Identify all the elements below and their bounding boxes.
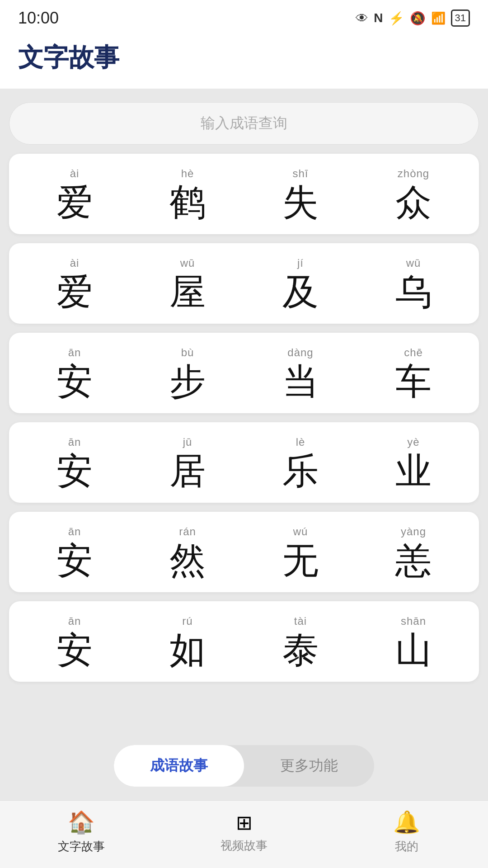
nfc-icon: N <box>374 11 383 25</box>
status-bar: 10:00 👁 N ⚡ 🔕 📶 31 <box>0 0 488 32</box>
char-item-3-3: dàng当 <box>244 346 357 400</box>
char-item-1-1: ài爱 <box>18 167 131 221</box>
pinyin-1-4: zhòng <box>398 167 429 180</box>
hanzi-4-1: 安 <box>56 453 93 489</box>
hanzi-6-4: 山 <box>395 632 432 668</box>
pinyin-3-4: chē <box>404 346 423 359</box>
idiom-card-2[interactable]: ài爱wū屋jí及wū乌 <box>9 243 479 324</box>
pinyin-3-1: ān <box>68 346 81 359</box>
grid-icon: ⊞ <box>236 811 253 834</box>
pinyin-2-4: wū <box>406 257 421 269</box>
nav-pill: 成语故事 更多功能 <box>114 745 374 787</box>
bluetooth-icon: ⚡ <box>389 11 404 26</box>
tab-inner: 🏠 文字故事 ⊞ 视频故事 🔔 我的 <box>0 810 488 854</box>
hanzi-4-2: 居 <box>169 453 206 489</box>
char-item-1-2: hè鹤 <box>131 167 244 221</box>
pinyin-5-1: ān <box>68 525 81 538</box>
hanzi-5-4: 恙 <box>395 542 432 579</box>
tab-label-mine: 我的 <box>395 839 418 854</box>
pinyin-6-2: rú <box>182 615 192 627</box>
home-icon: 🏠 <box>68 810 95 835</box>
tab-label-text-story: 文字故事 <box>58 839 105 854</box>
pinyin-6-1: ān <box>68 615 81 627</box>
idiom-card-5[interactable]: ān安rán然wú无yàng恙 <box>9 512 479 592</box>
pinyin-5-3: wú <box>293 525 308 538</box>
char-item-4-2: jū居 <box>131 436 244 489</box>
pinyin-4-2: jū <box>183 436 192 448</box>
hanzi-6-3: 泰 <box>282 632 319 668</box>
main-content: 输入成语查询 ài爱hè鹤shī失zhòng众ài爱wū屋jí及wū乌ān安bù… <box>0 89 488 736</box>
char-item-2-2: wū屋 <box>131 257 244 310</box>
pinyin-1-3: shī <box>292 167 308 180</box>
char-item-5-3: wú无 <box>244 525 357 579</box>
hanzi-2-3: 及 <box>282 274 319 310</box>
pinyin-5-4: yàng <box>401 525 426 538</box>
pinyin-5-2: rán <box>179 525 196 538</box>
search-bar[interactable]: 输入成语查询 <box>9 102 479 145</box>
char-item-5-4: yàng恙 <box>357 525 470 579</box>
char-item-6-3: tài泰 <box>244 615 357 668</box>
bottom-nav-container: 成语故事 更多功能 <box>0 736 488 800</box>
idiom-card-4[interactable]: ān安jū居lè乐yè业 <box>9 422 479 503</box>
eye-icon: 👁 <box>356 11 368 26</box>
pinyin-2-2: wū <box>180 257 195 269</box>
idiom-list: ài爱hè鹤shī失zhòng众ài爱wū屋jí及wū乌ān安bù步dàng当c… <box>9 154 479 682</box>
char-item-4-3: lè乐 <box>244 436 357 489</box>
pinyin-4-4: yè <box>407 436 419 448</box>
pinyin-6-3: tài <box>294 615 307 627</box>
pinyin-1-2: hè <box>181 167 194 180</box>
char-item-5-2: rán然 <box>131 525 244 579</box>
tab-label-video-story: 视频故事 <box>221 838 267 854</box>
hanzi-1-3: 失 <box>282 184 319 221</box>
char-item-5-1: ān安 <box>18 525 131 579</box>
nav-btn-idiom-story[interactable]: 成语故事 <box>114 745 244 787</box>
hanzi-1-4: 众 <box>395 184 432 221</box>
hanzi-5-1: 安 <box>56 542 93 579</box>
hanzi-6-1: 安 <box>56 632 93 668</box>
char-item-2-4: wū乌 <box>357 257 470 310</box>
idiom-card-3[interactable]: ān安bù步dàng当chē车 <box>9 333 479 413</box>
hanzi-5-3: 无 <box>282 542 319 579</box>
hanzi-2-1: 爱 <box>56 274 93 310</box>
status-time: 10:00 <box>18 9 59 28</box>
mute-icon: 🔕 <box>410 11 426 26</box>
nav-btn-more-features[interactable]: 更多功能 <box>244 745 374 787</box>
idiom-card-6[interactable]: ān安rú如tài泰shān山 <box>9 601 479 682</box>
char-item-6-1: ān安 <box>18 615 131 668</box>
hanzi-5-2: 然 <box>169 542 206 579</box>
hanzi-4-3: 乐 <box>282 453 319 489</box>
hanzi-4-4: 业 <box>395 453 432 489</box>
char-item-1-4: zhòng众 <box>357 167 470 221</box>
idiom-card-1[interactable]: ài爱hè鹤shī失zhòng众 <box>9 154 479 234</box>
pinyin-3-3: dàng <box>287 346 313 359</box>
pinyin-2-1: ài <box>70 257 80 269</box>
hanzi-3-1: 安 <box>56 363 93 400</box>
char-item-2-3: jí及 <box>244 257 357 310</box>
char-item-2-1: ài爱 <box>18 257 131 310</box>
pinyin-1-1: ài <box>70 167 80 180</box>
pinyin-6-4: shān <box>401 615 426 627</box>
status-icons: 👁 N ⚡ 🔕 📶 31 <box>356 9 470 27</box>
char-item-6-4: shān山 <box>357 615 470 668</box>
battery-icon: 31 <box>451 9 470 27</box>
hanzi-3-4: 车 <box>395 363 432 400</box>
hanzi-1-1: 爱 <box>56 184 93 221</box>
search-placeholder: 输入成语查询 <box>201 113 287 133</box>
tab-bar: 🏠 文字故事 ⊞ 视频故事 🔔 我的 <box>0 800 488 868</box>
tab-item-mine[interactable]: 🔔 我的 <box>325 810 488 854</box>
hanzi-2-2: 屋 <box>169 274 206 310</box>
bell-icon: 🔔 <box>393 810 420 835</box>
char-item-3-4: chē车 <box>357 346 470 400</box>
char-item-1-3: shī失 <box>244 167 357 221</box>
tab-item-video-story[interactable]: ⊞ 视频故事 <box>163 811 325 854</box>
char-item-3-2: bù步 <box>131 346 244 400</box>
header: 文字故事 <box>0 32 488 89</box>
signal-icon: 📶 <box>431 11 446 25</box>
pinyin-4-1: ān <box>68 436 81 448</box>
pinyin-3-2: bù <box>181 346 194 359</box>
char-item-4-4: yè业 <box>357 436 470 489</box>
page-title: 文字故事 <box>18 41 470 75</box>
hanzi-1-2: 鹤 <box>169 184 206 221</box>
char-item-3-1: ān安 <box>18 346 131 400</box>
tab-item-text-story[interactable]: 🏠 文字故事 <box>0 810 163 854</box>
